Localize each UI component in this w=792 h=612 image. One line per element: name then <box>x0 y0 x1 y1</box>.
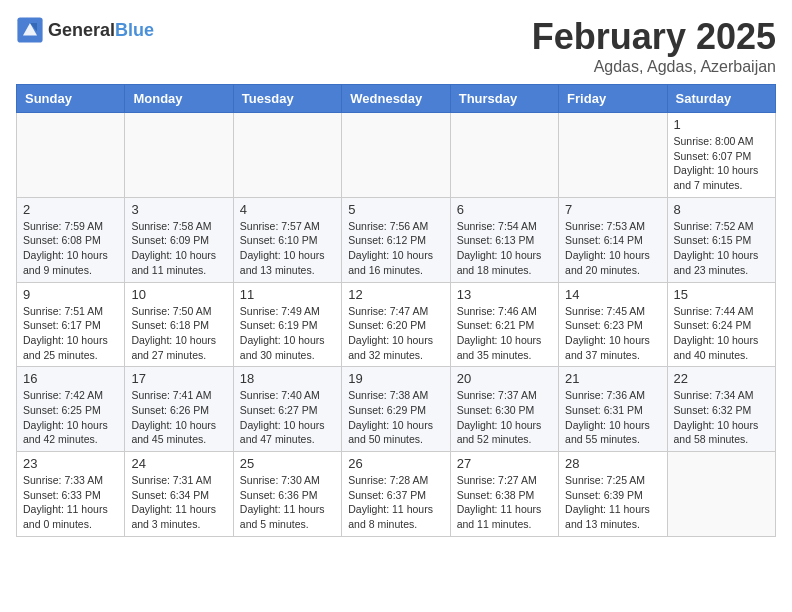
day-number: 5 <box>348 202 443 217</box>
calendar-cell: 17Sunrise: 7:41 AM Sunset: 6:26 PM Dayli… <box>125 367 233 452</box>
calendar-week-row: 23Sunrise: 7:33 AM Sunset: 6:33 PM Dayli… <box>17 452 776 537</box>
calendar-cell: 27Sunrise: 7:27 AM Sunset: 6:38 PM Dayli… <box>450 452 558 537</box>
day-info: Sunrise: 7:34 AM Sunset: 6:32 PM Dayligh… <box>674 388 769 447</box>
calendar-cell: 7Sunrise: 7:53 AM Sunset: 6:14 PM Daylig… <box>559 197 667 282</box>
calendar-cell: 24Sunrise: 7:31 AM Sunset: 6:34 PM Dayli… <box>125 452 233 537</box>
day-info: Sunrise: 7:45 AM Sunset: 6:23 PM Dayligh… <box>565 304 660 363</box>
day-info: Sunrise: 7:33 AM Sunset: 6:33 PM Dayligh… <box>23 473 118 532</box>
calendar-cell: 3Sunrise: 7:58 AM Sunset: 6:09 PM Daylig… <box>125 197 233 282</box>
calendar-cell <box>667 452 775 537</box>
calendar-cell: 21Sunrise: 7:36 AM Sunset: 6:31 PM Dayli… <box>559 367 667 452</box>
calendar-cell: 13Sunrise: 7:46 AM Sunset: 6:21 PM Dayli… <box>450 282 558 367</box>
calendar-cell: 22Sunrise: 7:34 AM Sunset: 6:32 PM Dayli… <box>667 367 775 452</box>
column-header-monday: Monday <box>125 85 233 113</box>
day-number: 27 <box>457 456 552 471</box>
day-number: 2 <box>23 202 118 217</box>
column-header-friday: Friday <box>559 85 667 113</box>
day-number: 14 <box>565 287 660 302</box>
day-number: 11 <box>240 287 335 302</box>
day-number: 4 <box>240 202 335 217</box>
column-header-saturday: Saturday <box>667 85 775 113</box>
calendar-cell <box>450 113 558 198</box>
day-number: 6 <box>457 202 552 217</box>
day-info: Sunrise: 7:52 AM Sunset: 6:15 PM Dayligh… <box>674 219 769 278</box>
logo-icon <box>16 16 44 44</box>
day-info: Sunrise: 7:41 AM Sunset: 6:26 PM Dayligh… <box>131 388 226 447</box>
calendar-cell: 5Sunrise: 7:56 AM Sunset: 6:12 PM Daylig… <box>342 197 450 282</box>
day-number: 26 <box>348 456 443 471</box>
day-info: Sunrise: 7:25 AM Sunset: 6:39 PM Dayligh… <box>565 473 660 532</box>
calendar-cell <box>17 113 125 198</box>
day-number: 7 <box>565 202 660 217</box>
month-title: February 2025 <box>532 16 776 58</box>
column-header-tuesday: Tuesday <box>233 85 341 113</box>
calendar-week-row: 9Sunrise: 7:51 AM Sunset: 6:17 PM Daylig… <box>17 282 776 367</box>
day-info: Sunrise: 7:58 AM Sunset: 6:09 PM Dayligh… <box>131 219 226 278</box>
day-number: 25 <box>240 456 335 471</box>
calendar-week-row: 2Sunrise: 7:59 AM Sunset: 6:08 PM Daylig… <box>17 197 776 282</box>
day-number: 23 <box>23 456 118 471</box>
day-info: Sunrise: 7:27 AM Sunset: 6:38 PM Dayligh… <box>457 473 552 532</box>
logo: GeneralBlue <box>16 16 154 44</box>
calendar-cell: 28Sunrise: 7:25 AM Sunset: 6:39 PM Dayli… <box>559 452 667 537</box>
calendar-cell: 19Sunrise: 7:38 AM Sunset: 6:29 PM Dayli… <box>342 367 450 452</box>
calendar-cell: 25Sunrise: 7:30 AM Sunset: 6:36 PM Dayli… <box>233 452 341 537</box>
calendar-cell: 26Sunrise: 7:28 AM Sunset: 6:37 PM Dayli… <box>342 452 450 537</box>
day-info: Sunrise: 7:37 AM Sunset: 6:30 PM Dayligh… <box>457 388 552 447</box>
calendar-week-row: 1Sunrise: 8:00 AM Sunset: 6:07 PM Daylig… <box>17 113 776 198</box>
day-number: 22 <box>674 371 769 386</box>
calendar-cell: 8Sunrise: 7:52 AM Sunset: 6:15 PM Daylig… <box>667 197 775 282</box>
calendar-week-row: 16Sunrise: 7:42 AM Sunset: 6:25 PM Dayli… <box>17 367 776 452</box>
calendar-cell <box>559 113 667 198</box>
calendar-cell <box>342 113 450 198</box>
day-number: 28 <box>565 456 660 471</box>
day-number: 20 <box>457 371 552 386</box>
day-info: Sunrise: 7:50 AM Sunset: 6:18 PM Dayligh… <box>131 304 226 363</box>
calendar-header-row: SundayMondayTuesdayWednesdayThursdayFrid… <box>17 85 776 113</box>
day-info: Sunrise: 7:54 AM Sunset: 6:13 PM Dayligh… <box>457 219 552 278</box>
day-number: 16 <box>23 371 118 386</box>
day-info: Sunrise: 7:31 AM Sunset: 6:34 PM Dayligh… <box>131 473 226 532</box>
day-info: Sunrise: 7:53 AM Sunset: 6:14 PM Dayligh… <box>565 219 660 278</box>
calendar-cell: 1Sunrise: 8:00 AM Sunset: 6:07 PM Daylig… <box>667 113 775 198</box>
calendar-cell: 20Sunrise: 7:37 AM Sunset: 6:30 PM Dayli… <box>450 367 558 452</box>
day-info: Sunrise: 7:56 AM Sunset: 6:12 PM Dayligh… <box>348 219 443 278</box>
day-number: 18 <box>240 371 335 386</box>
calendar-cell: 23Sunrise: 7:33 AM Sunset: 6:33 PM Dayli… <box>17 452 125 537</box>
day-number: 17 <box>131 371 226 386</box>
calendar-cell: 12Sunrise: 7:47 AM Sunset: 6:20 PM Dayli… <box>342 282 450 367</box>
day-number: 19 <box>348 371 443 386</box>
day-number: 3 <box>131 202 226 217</box>
day-info: Sunrise: 7:42 AM Sunset: 6:25 PM Dayligh… <box>23 388 118 447</box>
calendar-cell: 14Sunrise: 7:45 AM Sunset: 6:23 PM Dayli… <box>559 282 667 367</box>
day-info: Sunrise: 7:44 AM Sunset: 6:24 PM Dayligh… <box>674 304 769 363</box>
day-number: 12 <box>348 287 443 302</box>
day-info: Sunrise: 7:38 AM Sunset: 6:29 PM Dayligh… <box>348 388 443 447</box>
location: Agdas, Agdas, Azerbaijan <box>532 58 776 76</box>
day-number: 8 <box>674 202 769 217</box>
calendar-cell: 6Sunrise: 7:54 AM Sunset: 6:13 PM Daylig… <box>450 197 558 282</box>
title-block: February 2025 Agdas, Agdas, Azerbaijan <box>532 16 776 76</box>
day-info: Sunrise: 7:28 AM Sunset: 6:37 PM Dayligh… <box>348 473 443 532</box>
day-number: 21 <box>565 371 660 386</box>
day-info: Sunrise: 7:57 AM Sunset: 6:10 PM Dayligh… <box>240 219 335 278</box>
day-info: Sunrise: 8:00 AM Sunset: 6:07 PM Dayligh… <box>674 134 769 193</box>
calendar-cell: 4Sunrise: 7:57 AM Sunset: 6:10 PM Daylig… <box>233 197 341 282</box>
day-info: Sunrise: 7:59 AM Sunset: 6:08 PM Dayligh… <box>23 219 118 278</box>
day-info: Sunrise: 7:51 AM Sunset: 6:17 PM Dayligh… <box>23 304 118 363</box>
day-number: 1 <box>674 117 769 132</box>
column-header-thursday: Thursday <box>450 85 558 113</box>
day-number: 15 <box>674 287 769 302</box>
logo-text: GeneralBlue <box>48 20 154 41</box>
day-number: 13 <box>457 287 552 302</box>
calendar-cell: 9Sunrise: 7:51 AM Sunset: 6:17 PM Daylig… <box>17 282 125 367</box>
calendar-table: SundayMondayTuesdayWednesdayThursdayFrid… <box>16 84 776 537</box>
calendar-cell: 11Sunrise: 7:49 AM Sunset: 6:19 PM Dayli… <box>233 282 341 367</box>
day-number: 10 <box>131 287 226 302</box>
calendar-cell: 18Sunrise: 7:40 AM Sunset: 6:27 PM Dayli… <box>233 367 341 452</box>
column-header-wednesday: Wednesday <box>342 85 450 113</box>
calendar-cell: 16Sunrise: 7:42 AM Sunset: 6:25 PM Dayli… <box>17 367 125 452</box>
calendar-cell: 10Sunrise: 7:50 AM Sunset: 6:18 PM Dayli… <box>125 282 233 367</box>
day-info: Sunrise: 7:30 AM Sunset: 6:36 PM Dayligh… <box>240 473 335 532</box>
day-info: Sunrise: 7:47 AM Sunset: 6:20 PM Dayligh… <box>348 304 443 363</box>
